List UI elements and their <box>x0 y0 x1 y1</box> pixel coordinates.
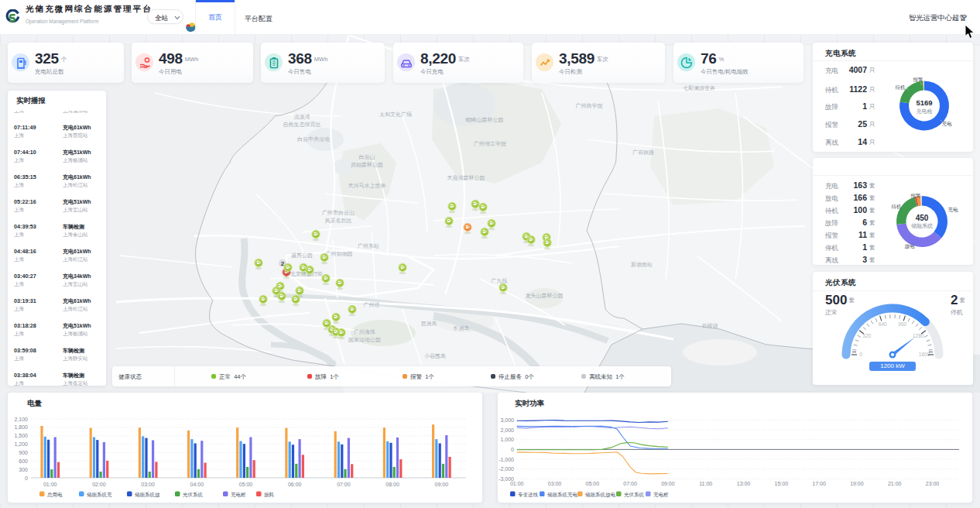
svg-text:960: 960 <box>898 321 906 327</box>
svg-text:04:00: 04:00 <box>190 482 204 487</box>
svg-text:01:00: 01:00 <box>510 481 524 486</box>
svg-text:专变进线: 专变进线 <box>518 492 539 498</box>
svg-text:900: 900 <box>19 450 28 455</box>
svg-text:11:00: 11:00 <box>699 481 712 486</box>
svg-text:06:00: 06:00 <box>288 482 302 487</box>
svg-text:储能系统放: 储能系统放 <box>135 492 160 498</box>
svg-text:充电: 充电 <box>948 207 959 213</box>
svg-text:广州商学院: 广州商学院 <box>576 103 603 109</box>
svg-text:原始森林公园: 原始森林公园 <box>351 162 383 168</box>
svg-text:-2,000: -2,000 <box>499 466 514 472</box>
svg-text:天河马水上世界: 天河马水上世界 <box>348 183 386 189</box>
svg-text:光伏系统: 光伏系统 <box>624 492 645 498</box>
svg-text:5169: 5169 <box>916 98 932 107</box>
svg-text:05:00: 05:00 <box>586 481 600 486</box>
svg-text:广石铁路: 广石铁路 <box>632 149 654 156</box>
svg-text:放电: 放电 <box>905 243 916 249</box>
svg-text:充电桩: 充电桩 <box>653 492 669 498</box>
svg-text:风景名胜区: 风景名胜区 <box>325 218 352 224</box>
svg-text:储能系统: 储能系统 <box>911 223 933 229</box>
svg-text:小谷围岛: 小谷围岛 <box>424 353 446 359</box>
svg-text:2,000: 2,000 <box>500 427 514 433</box>
svg-text:08:00: 08:00 <box>385 482 399 487</box>
svg-text:总用电: 总用电 <box>46 492 63 498</box>
svg-text:损耗: 损耗 <box>264 492 275 498</box>
svg-text:充电枪: 充电枪 <box>917 108 933 115</box>
svg-text:03:00: 03:00 <box>141 482 155 487</box>
svg-text:琶洲岛: 琶洲岛 <box>421 321 437 327</box>
svg-text:长洲岛: 长洲岛 <box>454 325 470 331</box>
svg-text:国家湿地公园: 国家湿地公园 <box>348 337 381 343</box>
svg-text:1,800: 1,800 <box>14 424 28 430</box>
svg-text:19:00: 19:00 <box>850 481 864 486</box>
svg-text:640: 640 <box>879 321 887 327</box>
svg-text:09:00: 09:00 <box>661 481 675 486</box>
svg-text:七彩澜游世界: 七彩澜游世界 <box>683 85 715 91</box>
svg-text:1,500: 1,500 <box>14 433 28 438</box>
svg-text:01:00: 01:00 <box>43 482 57 487</box>
svg-text:流溪湾: 流溪湾 <box>294 114 310 120</box>
svg-text:帽峰山森林公园: 帽峰山森林公园 <box>466 117 504 123</box>
svg-text:储能系统放电: 储能系统放电 <box>585 492 616 498</box>
svg-text:0: 0 <box>25 475 28 481</box>
svg-text:300: 300 <box>19 467 28 472</box>
svg-text:储能系统充电: 储能系统充电 <box>547 492 578 498</box>
svg-text:天鹿湖森林公园: 天鹿湖森林公园 <box>447 174 485 181</box>
svg-text:石楼镇: 石楼镇 <box>702 323 718 329</box>
svg-text:21:00: 21:00 <box>888 481 902 486</box>
svg-text:广州海珠: 广州海珠 <box>354 329 375 335</box>
svg-text:自然生态保育区: 自然生态保育区 <box>283 121 321 128</box>
svg-text:广州动物园: 广州动物园 <box>326 251 353 257</box>
svg-text:23:00: 23:00 <box>926 481 940 486</box>
svg-text:03:00: 03:00 <box>548 481 562 486</box>
svg-text:450: 450 <box>916 214 929 222</box>
svg-text:光伏系统: 光伏系统 <box>183 492 204 498</box>
svg-text:广九线: 广九线 <box>492 278 508 283</box>
svg-text:待机: 待机 <box>896 84 906 91</box>
svg-text:广州东站: 广州东站 <box>358 243 379 249</box>
svg-text:07:00: 07:00 <box>337 482 351 487</box>
svg-text:600: 600 <box>19 458 28 464</box>
svg-text:07:00: 07:00 <box>623 481 637 486</box>
svg-text:白云中央湿地: 白云中央湿地 <box>297 136 330 142</box>
svg-text:320: 320 <box>862 333 871 338</box>
svg-text:报警: 报警 <box>913 77 924 83</box>
svg-text:1280: 1280 <box>913 333 924 338</box>
svg-text:广州理工学院: 广州理工学院 <box>474 141 506 147</box>
svg-text:13:00: 13:00 <box>737 481 751 486</box>
svg-text:充电: 充电 <box>942 121 953 127</box>
svg-text:储能系统充: 储能系统充 <box>87 492 112 498</box>
svg-text:-1,000: -1,000 <box>499 457 514 462</box>
svg-text:0: 0 <box>511 447 514 452</box>
svg-text:15:00: 15:00 <box>775 481 789 486</box>
svg-text:05:00: 05:00 <box>239 482 253 487</box>
svg-text:1,200: 1,200 <box>14 441 28 447</box>
svg-text:龙头山森林公园: 龙头山森林公园 <box>526 293 564 299</box>
svg-text:广州塔: 广州塔 <box>364 302 380 308</box>
svg-text:0: 0 <box>859 352 862 357</box>
svg-text:白云山: 白云山 <box>359 154 375 160</box>
svg-text:待机: 待机 <box>892 204 903 210</box>
svg-text:太和文化广场: 太和文化广场 <box>379 111 412 118</box>
svg-text:2,100: 2,100 <box>14 417 28 422</box>
svg-text:充电桩: 充电桩 <box>231 492 246 498</box>
svg-text:报警: 报警 <box>910 193 922 199</box>
svg-text:新塘南站: 新塘南站 <box>631 261 653 268</box>
svg-text:1,000: 1,000 <box>500 437 514 442</box>
svg-text:09:00: 09:00 <box>435 482 449 487</box>
svg-text:3,000: 3,000 <box>500 417 514 423</box>
svg-text:17:00: 17:00 <box>812 481 826 486</box>
svg-text:02:00: 02:00 <box>92 482 106 487</box>
svg-text:越秀公园: 越秀公园 <box>291 252 313 259</box>
svg-text:广州市白云山: 广州市白云山 <box>322 209 355 216</box>
